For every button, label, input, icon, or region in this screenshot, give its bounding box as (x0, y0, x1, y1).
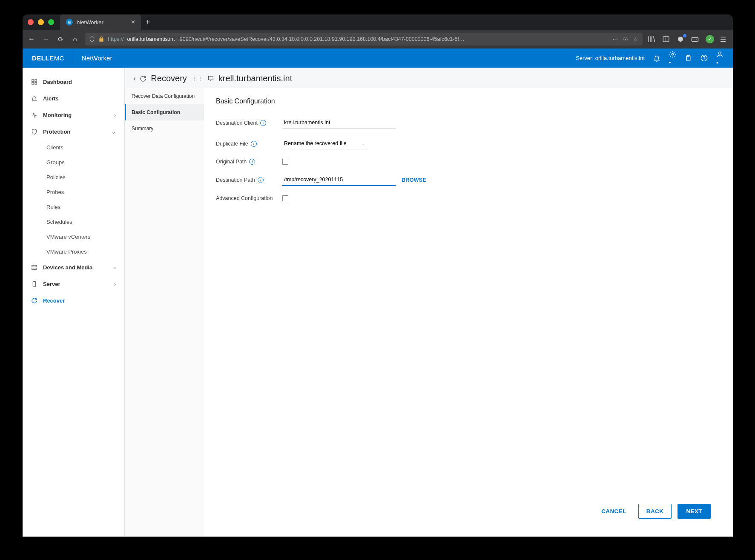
extension-icon[interactable] (677, 35, 685, 43)
browse-button[interactable]: BROWSE (402, 177, 426, 183)
sidebar-sub-schedules[interactable]: Schedules (23, 214, 124, 229)
back-button[interactable]: BACK (638, 504, 672, 519)
sidebar-item-label: Monitoring (43, 112, 72, 118)
svg-rect-12 (32, 268, 37, 270)
sidebar-item-devices[interactable]: Devices and Media › (23, 259, 124, 276)
info-icon[interactable]: i (260, 120, 266, 126)
form-content: Basic Configuration Destination Client i (204, 88, 733, 537)
sidebar-sub-policies[interactable]: Policies (23, 170, 124, 185)
breadcrumb-separator-icon: ⋮⋮ (191, 75, 203, 82)
sidebar-item-dashboard[interactable]: Dashboard (23, 74, 124, 90)
chevron-right-icon: › (114, 281, 116, 287)
tab-title: NetWorker (77, 19, 103, 26)
sidebar-sub-groups[interactable]: Groups (23, 155, 124, 170)
browser-tab[interactable]: ⊖ NetWorker × (60, 14, 141, 30)
shield-icon (89, 36, 95, 42)
clipboard-icon[interactable] (685, 54, 692, 62)
close-tab-icon[interactable]: × (131, 18, 135, 26)
bookmark-icon[interactable]: ☆ (633, 36, 638, 43)
server-info: Server: orilla.turbamentis.int (576, 55, 645, 61)
sidebar-item-label: Server (43, 281, 60, 287)
bell-icon (31, 95, 38, 102)
row-duplicate-file: Duplicate File i ⌄ (216, 138, 721, 149)
forward-icon[interactable]: → (41, 35, 51, 43)
help-icon[interactable] (700, 54, 708, 62)
svg-rect-11 (32, 266, 37, 267)
maximize-window-icon[interactable] (48, 19, 54, 25)
reload-icon[interactable]: ⟳ (56, 35, 65, 43)
step-summary[interactable]: Summary (125, 120, 204, 137)
svg-point-3 (672, 53, 673, 55)
sidebar-item-recover[interactable]: Recover (23, 292, 124, 309)
address-bar[interactable]: https://orilla.turbamentis.int:9090/nwui… (85, 33, 643, 46)
svg-rect-14 (208, 76, 213, 80)
app-body: Dashboard Alerts Monitoring › Protection… (23, 68, 733, 537)
info-icon[interactable]: i (258, 177, 264, 183)
new-tab-button[interactable]: + (141, 17, 155, 27)
minimize-window-icon[interactable] (38, 19, 44, 25)
hamburger-icon[interactable]: ☰ (720, 35, 729, 43)
sidebar-item-protection[interactable]: Protection ⌄ (23, 123, 124, 140)
breadcrumb-back-icon[interactable]: ‹ (133, 75, 135, 83)
browser-toolbar: ← → ⟳ ⌂ https://orilla.turbamentis.int:9… (23, 30, 733, 49)
sidebar-sub-rules[interactable]: Rules (23, 200, 124, 214)
dell-logo: DELLEMC (32, 54, 64, 62)
sidebar-item-server[interactable]: Server › (23, 276, 124, 292)
bell-icon[interactable] (653, 54, 660, 62)
library-icon[interactable] (648, 35, 656, 43)
next-button[interactable]: NEXT (677, 504, 711, 519)
breadcrumb-root[interactable]: Recovery (151, 74, 187, 83)
browser-window: ⊖ NetWorker × + ← → ⟳ ⌂ https://orilla.t… (23, 14, 733, 537)
info-icon[interactable]: i (249, 159, 255, 165)
svg-rect-0 (663, 37, 669, 42)
sidebar-sub-vmware-proxies[interactable]: VMware Proxies (23, 244, 124, 259)
monitor-icon (31, 112, 38, 118)
tab-favicon-icon: ⊖ (66, 19, 73, 26)
step-basic-config[interactable]: Basic Configuration (125, 104, 204, 120)
wizard-footer: CANCEL BACK NEXT (216, 495, 721, 527)
close-window-icon[interactable] (28, 19, 34, 25)
sidebar-item-alerts[interactable]: Alerts (23, 90, 124, 107)
step-recover-data-config[interactable]: Recover Data Configuration (125, 88, 204, 104)
destination-path-label: Destination Path (216, 177, 255, 183)
svg-rect-10 (35, 83, 37, 84)
destination-client-label: Destination Client (216, 120, 258, 126)
url-protocol: https:// (108, 36, 124, 42)
reader-icon[interactable]: ☉ (623, 36, 628, 43)
more-icon[interactable]: ⋯ (612, 36, 618, 43)
sidebar-sub-probes[interactable]: Probes (23, 185, 124, 200)
titlebar: ⊖ NetWorker × + (23, 14, 733, 30)
svg-rect-8 (35, 80, 37, 81)
cancel-button[interactable]: CANCEL (595, 504, 632, 519)
password-icon[interactable] (691, 35, 700, 43)
back-icon[interactable]: ← (27, 35, 36, 43)
original-path-checkbox[interactable] (282, 159, 288, 165)
app-product-name: NetWorker (82, 54, 112, 62)
duplicate-file-select[interactable]: ⌄ (282, 138, 367, 149)
user-icon[interactable]: ▾ (716, 51, 723, 66)
row-destination-client: Destination Client i (216, 117, 721, 129)
main-panel: ‹ Recovery ⋮⋮ krell.turbamentis.int Reco… (125, 68, 733, 537)
gear-icon[interactable]: ▾ (669, 51, 676, 66)
sidebar-sub-vmware-vcenters[interactable]: VMware vCenters (23, 229, 124, 244)
destination-client-input[interactable] (282, 117, 396, 129)
status-ok-icon[interactable]: ✓ (706, 35, 714, 43)
sidebar: Dashboard Alerts Monitoring › Protection… (23, 68, 125, 537)
home-icon[interactable]: ⌂ (70, 35, 80, 43)
destination-path-input[interactable] (282, 174, 396, 186)
advanced-config-label: Advanced Configuration (216, 195, 273, 201)
shield-icon (31, 129, 38, 135)
row-original-path: Original Path i (216, 159, 721, 165)
storage-icon (31, 264, 38, 271)
breadcrumb-refresh-icon[interactable] (140, 75, 146, 82)
sidebar-sub-clients[interactable]: Clients (23, 140, 124, 155)
header-divider (73, 54, 73, 63)
svg-rect-13 (33, 281, 35, 287)
wizard-panel: Recover Data Configuration Basic Configu… (125, 88, 733, 537)
advanced-config-checkbox[interactable] (282, 195, 288, 201)
row-destination-path: Destination Path i BROWSE (216, 174, 721, 186)
sidebar-item-monitoring[interactable]: Monitoring › (23, 107, 124, 123)
sidebar-icon[interactable] (662, 35, 671, 43)
info-icon[interactable]: i (251, 141, 257, 147)
dashboard-icon (31, 79, 38, 85)
